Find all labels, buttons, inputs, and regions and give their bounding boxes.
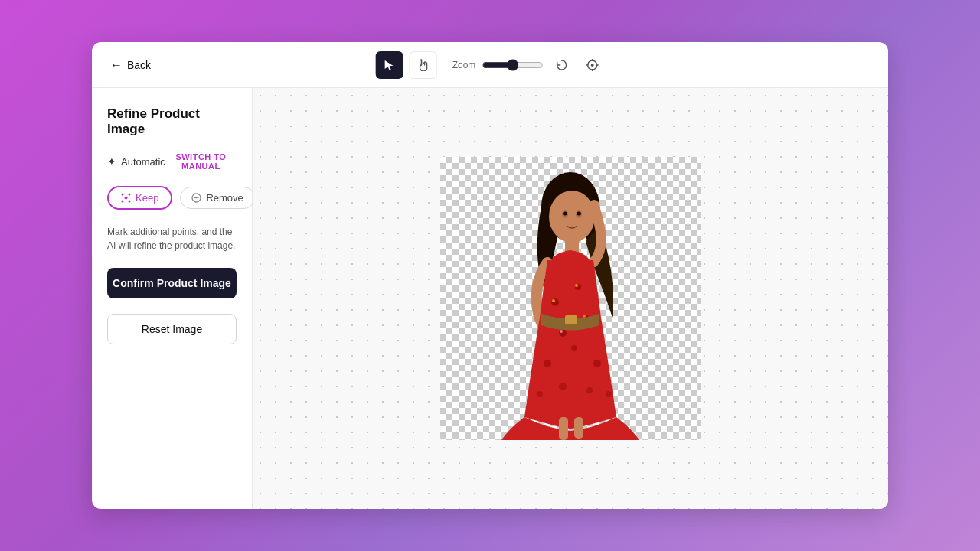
remove-label: Remove [206, 192, 243, 204]
svg-point-11 [129, 201, 131, 203]
zoom-label: Zoom [452, 60, 476, 70]
canvas-content [253, 88, 888, 509]
keep-button[interactable]: Keep [107, 186, 172, 210]
target-button[interactable] [580, 53, 604, 77]
svg-point-31 [559, 383, 567, 390]
svg-point-33 [606, 391, 612, 397]
canvas-area[interactable] [253, 88, 888, 509]
switch-manual-button[interactable]: SWITCH TO MANUAL [165, 152, 237, 171]
svg-rect-39 [559, 417, 568, 440]
svg-point-28 [571, 345, 577, 351]
mode-label: Automatic [121, 156, 165, 168]
app-window: ← Back Zoom [92, 42, 888, 509]
action-row: Keep Remove [107, 186, 237, 210]
back-button[interactable]: ← Back [110, 58, 151, 72]
svg-point-23 [551, 298, 559, 306]
reset-button[interactable]: Reset Image [107, 314, 237, 344]
cursor-tool-button[interactable] [376, 51, 403, 79]
svg-point-37 [583, 315, 586, 318]
svg-point-9 [129, 194, 131, 196]
svg-point-36 [560, 330, 563, 333]
svg-point-19 [563, 212, 567, 216]
keep-icon [121, 193, 131, 203]
confirm-button[interactable]: Confirm Product Image [107, 268, 237, 298]
mode-auto-label: ✦ Automatic [107, 155, 165, 168]
svg-point-29 [593, 360, 601, 367]
svg-point-22 [588, 200, 600, 215]
image-wrapper [440, 157, 701, 440]
hint-text: Mark additional points, and the AI will … [107, 225, 237, 253]
hand-tool-button[interactable] [410, 51, 437, 79]
body: Refine Product Image ✦ Automatic SWITCH … [92, 88, 888, 509]
back-arrow-icon: ← [110, 58, 122, 72]
hand-icon [417, 59, 430, 71]
mode-row: ✦ Automatic SWITCH TO MANUAL [107, 152, 237, 171]
woman-illustration [486, 165, 655, 440]
svg-point-2 [590, 64, 593, 67]
svg-point-7 [125, 197, 128, 200]
zoom-control: Zoom [452, 59, 544, 71]
svg-marker-0 [385, 60, 394, 70]
svg-point-32 [586, 387, 593, 393]
svg-point-16 [549, 191, 595, 243]
sidebar-title: Refine Product Image [107, 106, 237, 137]
svg-point-10 [122, 201, 124, 203]
product-image [440, 157, 701, 440]
svg-point-34 [552, 299, 555, 302]
svg-point-30 [537, 391, 543, 397]
remove-button[interactable]: Remove [180, 187, 254, 209]
header: ← Back Zoom [92, 42, 888, 88]
cursor-icon [384, 59, 396, 71]
header-tools: Zoom [376, 51, 605, 79]
auto-icon: ✦ [107, 155, 116, 168]
svg-point-35 [575, 284, 578, 287]
target-icon [585, 58, 599, 72]
sidebar: Refine Product Image ✦ Automatic SWITCH … [92, 88, 253, 509]
zoom-slider[interactable] [482, 59, 543, 71]
svg-point-8 [122, 194, 124, 196]
back-label: Back [127, 59, 151, 71]
svg-point-20 [577, 212, 581, 216]
svg-point-25 [559, 329, 567, 337]
svg-rect-40 [574, 417, 583, 439]
svg-rect-38 [565, 315, 577, 324]
remove-icon [191, 193, 201, 203]
rotate-icon [554, 58, 568, 72]
keep-label: Keep [136, 192, 158, 204]
svg-point-27 [544, 360, 551, 367]
rotate-button[interactable] [549, 53, 573, 77]
